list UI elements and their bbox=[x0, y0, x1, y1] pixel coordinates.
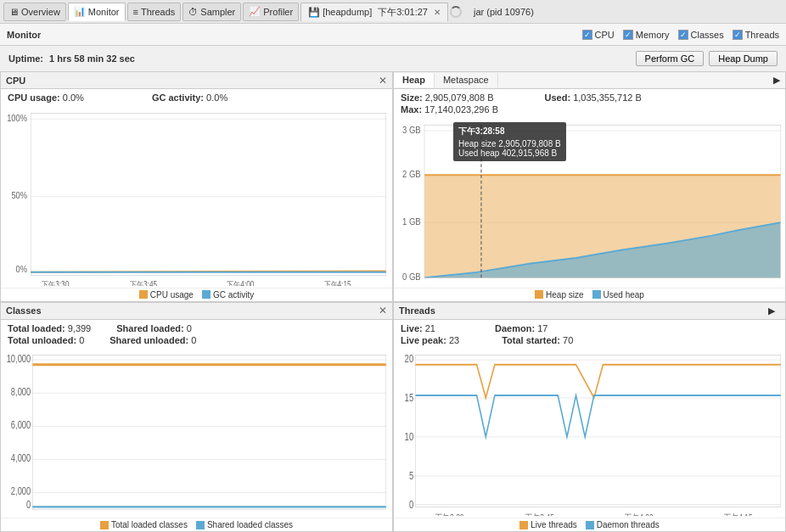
heap-max-label: Max: bbox=[401, 104, 422, 115]
heap-used-stat: Used: 1,035,355,712 B bbox=[545, 92, 642, 103]
heapdump-close[interactable]: ✕ bbox=[434, 8, 441, 17]
daemon-label: Daemon: bbox=[495, 323, 535, 333]
profiler-tab[interactable]: 📈 Profiler bbox=[243, 3, 299, 21]
classes-chart-area: 10,000 8,000 6,000 4,000 2,000 0 bbox=[1, 349, 392, 518]
main-toolbar: 🖥 Overview 📊 Monitor ≡ Threads ⏱ Sampler… bbox=[0, 0, 786, 24]
classes-checkbox[interactable]: ✓ Classes bbox=[678, 30, 724, 40]
threads-legend: Live threads Daemon threads bbox=[394, 518, 785, 531]
total-unloaded-stat: Total unloaded: 0 bbox=[8, 335, 84, 345]
cpu-checkbox-label: CPU bbox=[595, 30, 615, 40]
heap-max-value: 17,140,023,296 B bbox=[424, 104, 498, 115]
svg-text:0: 0 bbox=[409, 498, 413, 510]
svg-text:下午3:30: 下午3:30 bbox=[435, 512, 464, 516]
shared-unloaded-label: Shared unloaded: bbox=[109, 335, 188, 345]
total-loaded-stat: Total loaded: 9,399 bbox=[8, 323, 91, 333]
classes-panel-title: Classes bbox=[6, 305, 42, 316]
svg-text:0 GB: 0 GB bbox=[402, 271, 421, 282]
live-threads-legend: Live threads bbox=[519, 520, 576, 529]
shared-loaded-legend-label: Shared loaded classes bbox=[207, 520, 293, 529]
used-heap-legend: Used heap bbox=[592, 290, 644, 300]
profiler-icon: 📈 bbox=[249, 6, 261, 17]
heap-legend: Heap size Used heap bbox=[394, 288, 785, 301]
overview-tab[interactable]: 🖥 Overview bbox=[3, 3, 66, 21]
svg-text:下午3:45: 下午3:45 bbox=[130, 279, 157, 285]
gc-activity-value: 0.0% bbox=[206, 92, 227, 103]
classes-panel: Classes ✕ Total loaded: 9,399 Shared loa… bbox=[0, 302, 393, 533]
cpu-usage-legend-label: CPU usage bbox=[150, 290, 194, 300]
daemon-threads-legend-label: Daemon threads bbox=[597, 520, 660, 529]
cpu-panel-title: CPU bbox=[6, 76, 25, 86]
header-checkboxes: ✓ CPU ✓ Memory ✓ Classes ✓ Threads bbox=[582, 30, 779, 40]
svg-text:6,000: 6,000 bbox=[11, 418, 31, 430]
cpu-checkbox[interactable]: ✓ CPU bbox=[582, 30, 615, 40]
live-threads-color bbox=[519, 521, 528, 529]
threads-tab[interactable]: ≡ Threads bbox=[127, 3, 182, 21]
total-loaded-legend-label: Total loaded classes bbox=[111, 520, 188, 529]
gc-activity-legend-label: GC activity bbox=[213, 290, 254, 300]
perform-gc-button[interactable]: Perform GC bbox=[636, 51, 705, 66]
metaspace-tab[interactable]: Metaspace bbox=[435, 73, 498, 87]
svg-text:2 GB: 2 GB bbox=[402, 168, 421, 179]
svg-text:下午4:00: 下午4:00 bbox=[235, 514, 263, 516]
svg-text:下午4:15: 下午4:15 bbox=[724, 512, 753, 516]
header-bar: Monitor ✓ CPU ✓ Memory ✓ Classes ✓ Threa… bbox=[0, 24, 786, 46]
svg-text:20: 20 bbox=[405, 352, 414, 364]
threads-label: Threads bbox=[141, 7, 175, 17]
svg-text:下午4:15: 下午4:15 bbox=[324, 279, 351, 285]
svg-text:4,000: 4,000 bbox=[11, 451, 31, 463]
live-threads-legend-label: Live threads bbox=[531, 520, 576, 529]
total-loaded-color bbox=[100, 521, 109, 529]
heap-stats: Size: 2,905,079,808 B Used: 1,035,355,71… bbox=[394, 89, 785, 118]
total-loaded-value: 9,399 bbox=[68, 323, 92, 333]
shared-unloaded-value: 0 bbox=[191, 335, 196, 345]
threads-chart-area: 20 15 10 5 0 bbox=[394, 349, 785, 518]
monitor-tab[interactable]: 📊 Monitor bbox=[68, 3, 126, 21]
threads-panel-arrow[interactable]: ▶ bbox=[763, 304, 780, 318]
daemon-threads-color bbox=[586, 521, 594, 529]
jar-title: jar (pid 10976) bbox=[467, 7, 541, 17]
classes-chart-svg: 10,000 8,000 6,000 4,000 2,000 0 bbox=[3, 350, 390, 517]
classes-panel-close[interactable]: ✕ bbox=[379, 305, 387, 316]
total-loaded-legend: Total loaded classes bbox=[100, 520, 188, 529]
heap-panel-arrow[interactable]: ▶ bbox=[768, 73, 785, 87]
memory-checkbox[interactable]: ✓ Memory bbox=[623, 30, 670, 40]
cpu-panel-header: CPU ✕ bbox=[1, 72, 392, 89]
heapdump-time: 下午3:01:27 bbox=[378, 6, 428, 19]
cpu-chart-svg: 100% 50% 0% 下午3:30 下午3:45 下午4:00 下午4:15 bbox=[3, 108, 390, 286]
total-started-stat: Total started: 70 bbox=[502, 335, 573, 345]
cpu-usage-color bbox=[139, 290, 148, 299]
heap-tab[interactable]: Heap bbox=[394, 73, 435, 87]
classes-checkbox-label: Classes bbox=[691, 30, 724, 40]
sampler-icon: ⏱ bbox=[188, 7, 198, 17]
gc-activity-legend: GC activity bbox=[202, 290, 254, 300]
svg-rect-6 bbox=[31, 114, 386, 276]
uptime-label: Uptime: bbox=[8, 53, 43, 64]
svg-text:下午3:30: 下午3:30 bbox=[50, 514, 78, 516]
action-buttons: Perform GC Heap Dump bbox=[636, 51, 778, 66]
shared-loaded-stat: Shared loaded: 0 bbox=[116, 323, 192, 333]
cpu-stats: CPU usage: 0.0% GC activity: 0.0% bbox=[1, 89, 392, 106]
heap-size-legend: Heap size bbox=[535, 290, 583, 300]
svg-text:8,000: 8,000 bbox=[11, 385, 31, 397]
cpu-panel: CPU ✕ CPU usage: 0.0% GC activity: 0.0% … bbox=[0, 71, 393, 302]
heapdump-tab[interactable]: 💾 [heapdump] 下午3:01:27 ✕ bbox=[300, 3, 448, 21]
heap-size-color bbox=[535, 290, 543, 299]
threads-checkbox-label: Threads bbox=[745, 30, 779, 40]
svg-text:下午4:00: 下午4:00 bbox=[227, 279, 254, 285]
monitor-icon: 📊 bbox=[74, 6, 86, 17]
threads-checkbox[interactable]: ✓ Threads bbox=[733, 30, 779, 40]
heap-size-stat: Size: 2,905,079,808 B bbox=[401, 92, 494, 103]
svg-text:2,000: 2,000 bbox=[11, 485, 31, 497]
total-unloaded-label: Total unloaded: bbox=[8, 335, 76, 345]
heap-panel-header: Heap Metaspace ▶ bbox=[394, 72, 785, 89]
shared-loaded-label: Shared loaded: bbox=[116, 323, 183, 333]
heap-panel-tabs: Heap Metaspace ▶ bbox=[394, 73, 785, 87]
heap-dump-button[interactable]: Heap Dump bbox=[709, 51, 778, 66]
heapdump-label: [heapdump] bbox=[323, 7, 372, 17]
cpu-panel-close[interactable]: ✕ bbox=[379, 75, 387, 87]
svg-text:下午4:00: 下午4:00 bbox=[625, 512, 654, 516]
threads-panel-header: Threads ▶ bbox=[394, 303, 785, 320]
cpu-usage-stat: CPU usage: 0.0% bbox=[8, 92, 84, 103]
sampler-tab[interactable]: ⏱ Sampler bbox=[182, 3, 241, 21]
used-heap-legend-label: Used heap bbox=[604, 290, 644, 300]
